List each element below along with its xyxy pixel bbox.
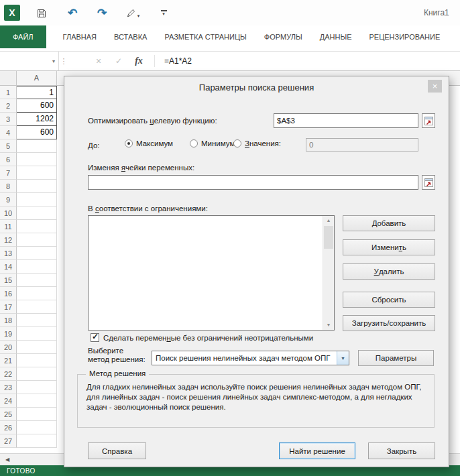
cell-A15[interactable] <box>17 274 57 287</box>
cell-A20[interactable] <box>17 341 57 354</box>
row-header-1[interactable]: 1 <box>0 86 17 99</box>
row-header-24[interactable]: 24 <box>0 394 17 408</box>
ribbon-tab-data[interactable]: ДАННЫЕ <box>311 25 361 48</box>
row-header-18[interactable]: 18 <box>0 314 17 327</box>
close-button[interactable]: Закрыть <box>368 442 435 459</box>
cell-A11[interactable] <box>17 220 57 233</box>
customize-qat-icon[interactable]: ▾ <box>156 5 172 20</box>
cell-A7[interactable] <box>17 166 57 180</box>
enter-icon[interactable]: ✓ <box>109 56 129 66</box>
row-header-3[interactable]: 3 <box>0 113 17 126</box>
cell-A6[interactable] <box>17 153 57 166</box>
redo-icon[interactable]: ↷ <box>94 5 110 20</box>
ribbon-tab-file[interactable]: ФАЙЛ <box>0 25 46 48</box>
cell-A18[interactable] <box>17 314 57 327</box>
row-header-19[interactable]: 19 <box>0 327 17 341</box>
row-header-21[interactable]: 21 <box>0 354 17 367</box>
cell-A23[interactable] <box>17 381 57 394</box>
cell-A27[interactable] <box>17 434 57 448</box>
row-header-25[interactable]: 25 <box>0 408 17 421</box>
cell-A5[interactable] <box>17 139 57 153</box>
change-button[interactable]: Изменить <box>343 239 435 255</box>
scroll-down-icon[interactable]: ▼ <box>327 320 331 330</box>
ribbon-tab-insert[interactable]: ВСТАВКА <box>105 25 156 48</box>
row-header-4[interactable]: 4 <box>0 126 17 139</box>
cell-A19[interactable] <box>17 327 57 341</box>
column-header-a[interactable]: A <box>17 71 57 85</box>
scroll-thumb[interactable] <box>324 226 333 249</box>
sheet-nav-left-icon[interactable]: ◀ <box>5 457 9 463</box>
row-header-14[interactable]: 14 <box>0 260 17 274</box>
pen-dropdown-icon[interactable]: ▾ <box>137 13 140 19</box>
cell-A25[interactable] <box>17 408 57 421</box>
row-header-12[interactable]: 12 <box>0 233 17 247</box>
row-header-7[interactable]: 7 <box>0 166 17 180</box>
cell-A17[interactable] <box>17 300 57 314</box>
save-icon[interactable] <box>34 6 50 21</box>
cell-A13[interactable] <box>17 247 57 260</box>
cell-A1[interactable]: 1 <box>17 86 57 99</box>
delete-button[interactable]: Удалить <box>343 263 435 280</box>
nonnegative-checkbox[interactable]: ✓ Сделать переменные без ограничений нео… <box>91 333 313 342</box>
help-button[interactable]: Справка <box>88 442 146 459</box>
formula-bar-grip-icon[interactable]: ⋮ <box>59 57 68 66</box>
row-header-11[interactable]: 11 <box>0 220 17 233</box>
cell-A3[interactable]: 1202 <box>17 113 57 126</box>
cell-A8[interactable] <box>17 180 57 193</box>
formula-bar-divider <box>154 55 155 67</box>
scroll-up-icon[interactable]: ▲ <box>327 216 331 225</box>
pen-icon[interactable]: ▾ <box>125 5 141 20</box>
ribbon-tab-formulas[interactable]: ФОРМУЛЫ <box>255 25 311 48</box>
excel-logo-icon[interactable]: X <box>4 5 20 21</box>
name-box[interactable]: ▾ <box>0 52 59 70</box>
row-header-13[interactable]: 13 <box>0 247 17 260</box>
insert-function-icon[interactable]: fx <box>129 56 149 66</box>
row-header-16[interactable]: 16 <box>0 287 17 300</box>
cancel-icon[interactable]: × <box>89 56 109 66</box>
cell-A16[interactable] <box>17 287 57 300</box>
row-header-17[interactable]: 17 <box>0 300 17 314</box>
row-header-20[interactable]: 20 <box>0 341 17 354</box>
row-header-15[interactable]: 15 <box>0 274 17 287</box>
row-header-10[interactable]: 10 <box>0 206 17 220</box>
solve-button[interactable]: Найти решение <box>279 442 355 459</box>
listbox-scrollbar[interactable]: ▲ ▼ <box>323 216 334 330</box>
row-header-23[interactable]: 23 <box>0 381 17 394</box>
cell-A24[interactable] <box>17 394 57 408</box>
radio-maximum[interactable]: Максимум <box>125 139 173 147</box>
ribbon-tab-review[interactable]: РЕЦЕНЗИРОВАНИЕ <box>360 25 449 48</box>
checkbox-box[interactable]: ✓ <box>91 333 99 342</box>
cell-A21[interactable] <box>17 354 57 367</box>
row-header-22[interactable]: 22 <box>0 367 17 381</box>
row-header-9[interactable]: 9 <box>0 193 17 206</box>
method-dropdown[interactable]: Поиск решения нелинейных задач методом О… <box>152 351 349 365</box>
constraints-listbox[interactable]: ▲ ▼ <box>88 215 335 331</box>
row-header-8[interactable]: 8 <box>0 180 17 193</box>
cell-A26[interactable] <box>17 421 57 434</box>
row-header-6[interactable]: 6 <box>0 153 17 166</box>
cell-A22[interactable] <box>17 367 57 381</box>
radio-minimum[interactable]: Минимум <box>190 139 235 147</box>
ribbon-tab-home[interactable]: ГЛАВНАЯ <box>54 25 105 48</box>
cell-A14[interactable] <box>17 260 57 274</box>
cell-A4[interactable]: 600 <box>17 126 57 139</box>
row-header-26[interactable]: 26 <box>0 421 17 434</box>
add-button[interactable]: Добавить <box>343 215 435 231</box>
formula-input[interactable]: =A1*A2 <box>160 56 192 66</box>
radio-value-of[interactable]: Значения: <box>233 139 281 147</box>
cell-A12[interactable] <box>17 233 57 247</box>
dropdown-arrow-button[interactable]: ▼ <box>337 351 349 365</box>
select-all-corner[interactable] <box>0 71 17 85</box>
row-header-2[interactable]: 2 <box>0 99 17 113</box>
cell-A10[interactable] <box>17 206 57 220</box>
cell-A2[interactable]: 600 <box>17 99 57 113</box>
options-button[interactable]: Параметры <box>358 350 434 366</box>
undo-icon[interactable]: ↶ <box>64 5 80 20</box>
reset-button[interactable]: Сбросить <box>343 292 435 308</box>
name-box-dropdown-icon[interactable]: ▾ <box>52 58 55 64</box>
row-header-27[interactable]: 27 <box>0 434 17 448</box>
cell-A9[interactable] <box>17 193 57 206</box>
ribbon-tab-page-layout[interactable]: РАЗМЕТКА СТРАНИЦЫ <box>156 25 255 48</box>
load-save-button[interactable]: Загрузить/сохранить <box>343 315 435 331</box>
row-header-5[interactable]: 5 <box>0 139 17 153</box>
